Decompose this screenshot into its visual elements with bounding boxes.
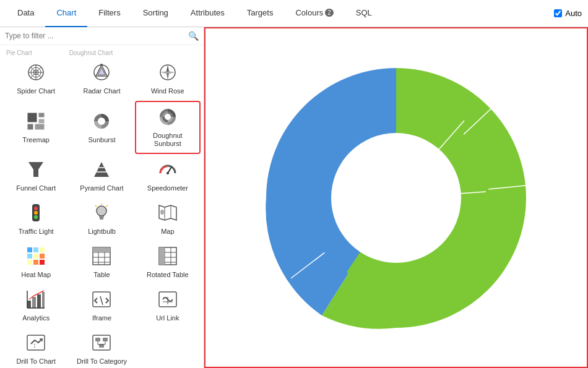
analytics-label: Analytics [22, 314, 50, 322]
auto-checkbox-container: Auto [554, 9, 582, 18]
trafficlight-icon [26, 203, 46, 226]
chart-item-iframe[interactable]: Iframe [69, 284, 134, 327]
top-navigation: Data Chart Filters Sorting Attributes Ta… [0, 0, 588, 27]
svg-point-22 [166, 172, 169, 174]
chart-item-sunburst[interactable]: Sunburst [69, 101, 134, 154]
chart-item-treemap[interactable]: Treemap [3, 101, 69, 154]
svg-rect-10 [27, 113, 37, 122]
sunburst-icon [92, 111, 111, 134]
chart-item-windrose[interactable]: Wind Rose [135, 58, 201, 101]
rotated-table-label: Rotated Table [147, 271, 189, 279]
chart-item-trafficlight[interactable]: Traffic Light [3, 197, 69, 241]
section-pie: Pie Chart [6, 49, 32, 56]
svg-point-16 [165, 114, 170, 119]
chart-item-analytics[interactable]: Analytics [3, 284, 69, 327]
map-icon [158, 203, 178, 226]
svg-rect-74 [95, 338, 100, 341]
svg-point-25 [34, 211, 38, 215]
svg-point-26 [34, 215, 38, 219]
tab-filters[interactable]: Filters [87, 0, 131, 27]
chart-item-table[interactable]: Table [69, 241, 134, 284]
spider-label: Spider Chart [17, 87, 55, 95]
chart-item-funnel[interactable]: Funnel Chart [3, 154, 69, 197]
svg-point-87 [331, 133, 461, 263]
tab-sql[interactable]: SQL [345, 0, 383, 27]
svg-rect-37 [27, 247, 32, 252]
tab-chart[interactable]: Chart [45, 0, 87, 27]
svg-point-36 [160, 210, 164, 215]
trafficlight-label: Traffic Light [19, 228, 54, 236]
chart-item-lightbulb[interactable]: Lightbulb [69, 197, 134, 241]
radar-icon [92, 62, 111, 85]
lightbulb-label: Lightbulb [88, 228, 116, 236]
pyramid-icon [92, 160, 111, 182]
left-panel: 🔍 Pie Chart Doughnut Chart [0, 27, 204, 368]
auto-label: Auto [565, 9, 582, 18]
chart-item-radar[interactable]: Radar Chart [69, 58, 134, 101]
main-content: 🔍 Pie Chart Doughnut Chart [0, 27, 588, 368]
chart-item-doughnut-sunburst[interactable]: Doughnut Sunburst [135, 101, 201, 154]
funnel-icon [26, 160, 46, 182]
svg-marker-17 [28, 162, 43, 177]
svg-rect-75 [103, 338, 108, 341]
windrose-icon [158, 62, 178, 85]
lightbulb-icon [92, 203, 111, 226]
pyramid-label: Pyramid Chart [80, 184, 123, 192]
tab-data[interactable]: Data [6, 0, 45, 27]
drill-chart-icon [26, 333, 46, 356]
doughnut-sunburst-label: Doughnut Sunburst [139, 132, 197, 148]
svg-line-32 [95, 205, 97, 207]
svg-rect-39 [40, 247, 45, 252]
doughnut-sunburst-chart [223, 37, 569, 359]
doughnut-sunburst-icon [158, 107, 178, 130]
svg-rect-40 [27, 254, 32, 259]
chart-item-urllink[interactable]: Url Link [135, 284, 201, 327]
speedometer-icon [158, 160, 178, 182]
svg-rect-60 [27, 301, 31, 308]
tab-sorting[interactable]: Sorting [132, 0, 179, 27]
svg-rect-28 [99, 216, 104, 218]
svg-rect-59 [159, 247, 165, 265]
auto-checkbox[interactable] [554, 9, 562, 17]
drill-chart-label: Drill To Chart [16, 357, 55, 366]
chart-item-map[interactable]: Map [135, 197, 201, 241]
chart-item-pyramid[interactable]: Pyramid Chart [69, 154, 134, 197]
svg-point-27 [97, 206, 106, 216]
svg-rect-73 [93, 335, 110, 350]
svg-rect-62 [37, 294, 41, 308]
chart-item-spider[interactable]: Spider Chart [3, 58, 69, 101]
chart-item-heatmap[interactable]: Heat Map [3, 241, 69, 284]
chart-grid: Spider Chart Radar Chart [0, 58, 204, 368]
spider-icon [26, 62, 46, 85]
chart-item-drill-chart[interactable]: Drill To Chart [3, 327, 69, 368]
chart-item-drill-category[interactable]: Drill To Category [69, 327, 134, 368]
svg-rect-61 [32, 297, 36, 308]
tab-attributes[interactable]: Attributes [179, 0, 236, 27]
urllink-label: Url Link [156, 314, 179, 322]
chart-item-rotated-table[interactable]: Rotated Table [135, 241, 201, 284]
windrose-label: Wind Rose [151, 87, 184, 95]
colours-badge: 2 [325, 9, 334, 17]
sunburst-label: Sunburst [88, 136, 115, 144]
heatmap-icon [26, 246, 46, 269]
tab-targets[interactable]: Targets [236, 0, 285, 27]
chart-item-speedometer[interactable]: Speedometer [135, 154, 201, 197]
svg-rect-41 [33, 254, 38, 259]
svg-point-15 [100, 119, 103, 123]
analytics-icon [26, 289, 46, 312]
chart-list: Pie Chart Doughnut Chart [0, 45, 204, 368]
urllink-icon [158, 289, 178, 312]
svg-line-31 [106, 205, 108, 207]
iframe-icon [92, 289, 111, 312]
section-doughnut: Doughnut Chart [69, 49, 113, 56]
svg-rect-63 [42, 292, 45, 308]
search-icon[interactable]: 🔍 [188, 31, 199, 41]
filter-input[interactable] [5, 32, 185, 40]
tab-colours[interactable]: Colours 2 [284, 0, 344, 27]
filter-bar: 🔍 [0, 27, 204, 45]
svg-rect-38 [33, 247, 38, 252]
table-icon [92, 246, 111, 269]
svg-rect-29 [100, 218, 103, 220]
rotated-table-icon [158, 246, 178, 269]
svg-rect-43 [27, 260, 32, 265]
